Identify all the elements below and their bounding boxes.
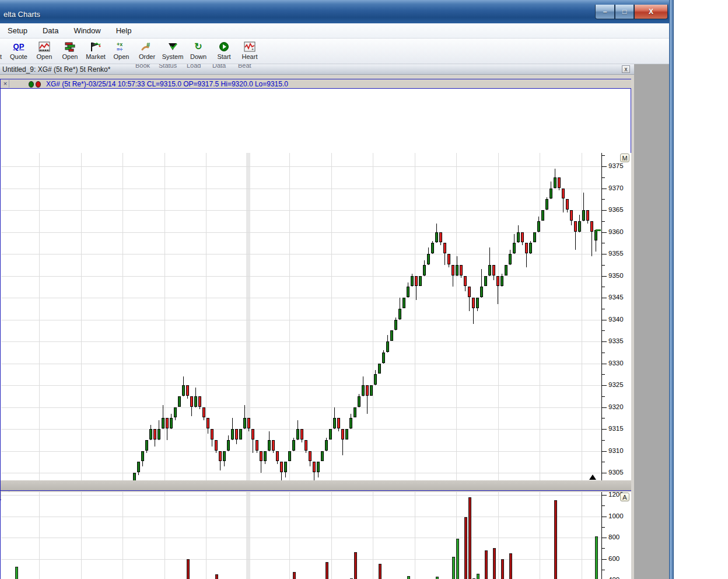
renko-brick [370,385,373,396]
renko-brick [419,276,422,287]
gridline-vertical [582,492,582,579]
toolbar-button-cut[interactable]: t [0,39,6,64]
toolbar-button-market[interactable]: Market [83,39,108,64]
app-titlebar[interactable]: elta Charts – □ X [0,0,674,23]
toolbar-button-down[interactable]: ↻ Down [186,39,211,64]
app-window: elta Charts – □ X Setup Data Window Help… [0,0,674,579]
up-candle-icon [29,81,34,88]
toolbar-button-system[interactable]: System [160,39,186,64]
gridline-vertical [289,492,290,579]
renko-brick [431,243,434,253]
renko-brick [578,221,581,232]
manual-scale-badge[interactable]: M [620,154,629,162]
gridline-vertical [123,492,123,579]
renko-brick [260,451,262,462]
axis-tick-label: 9375 [608,162,624,169]
price-pane-close-button[interactable]: × [2,80,9,88]
line-chart-icon [38,40,51,53]
gridline-vertical [164,492,165,579]
axis-tick [602,243,605,243]
renko-brick [529,243,532,253]
axis-tick [602,276,607,277]
auto-scale-badge[interactable]: A [620,493,629,501]
gridline-vertical [373,153,373,480]
renko-brick [341,429,344,440]
gridline-vertical [206,492,206,579]
toolbar-button-start[interactable]: Start [211,39,237,64]
volume-bar [326,562,328,579]
toolbar-button-order[interactable]: # Order [134,39,160,64]
volume-bar [509,553,512,579]
renko-brick [558,177,561,188]
axis-tick-label: 1000 [608,512,624,519]
renko-brick [251,429,254,440]
renko-brick [182,385,185,396]
renko-brick [537,221,540,232]
gridline-vertical [164,153,165,480]
volume-chart-area[interactable] [1,492,601,579]
gridline-horizontal [1,210,601,211]
heart-chart-icon: + [243,40,256,53]
axis-tick-label: 9360 [608,228,624,235]
renko-brick [231,429,234,440]
chart-window-close-button[interactable]: x [622,65,630,73]
gridline-horizontal [1,166,601,167]
menu-window[interactable]: Window [66,25,108,37]
renko-brick [211,429,214,440]
renko-brick [566,199,569,210]
axis-tick [602,473,607,473]
price-pane-header[interactable]: × XG# (5t Re*)-03/25/14 10:57:33 CL=9315… [1,79,631,89]
menu-setup[interactable]: Setup [0,25,35,37]
chart-window-titlebar[interactable]: Untitled_9: XG# (5t Re*) 5t Renko* Book … [0,64,634,75]
menu-data[interactable]: Data [35,25,66,37]
app-title: elta Charts [4,10,40,19]
price-chart-area[interactable] [1,153,601,480]
renko-brick [590,221,593,232]
renko-brick [452,265,454,275]
gridline-vertical [498,492,499,579]
renko-brick [382,353,385,363]
pane-separator[interactable] [1,480,631,490]
toolbar-button-open-bars[interactable]: Open [57,39,83,64]
gridline-vertical [289,153,290,480]
gridline-horizontal [1,320,601,320]
chart-window-title: Untitled_9: XG# (5t Re*) 5t Renko* [2,65,110,74]
renko-brick [562,189,565,199]
renko-brick [521,232,524,243]
axis-tick [602,199,605,200]
renko-brick [235,429,238,440]
renko-brick [276,451,279,462]
renko-brick [354,407,356,418]
toolbar-button-open-math[interactable]: +x=÷ Open [108,39,134,64]
toolbar-button-heart[interactable]: + Heart [237,39,262,64]
renko-brick [496,276,499,287]
volume-axis[interactable]: 20040060080010001200A [601,492,631,579]
axis-tick [602,210,607,211]
renko-brick [333,418,336,428]
price-axis[interactable]: 9305931093159320932593309335934093459350… [601,153,631,480]
axis-tick [602,177,605,178]
renko-brick [345,429,348,440]
down-candle-icon [36,81,41,88]
renko-brick [398,309,401,319]
renko-brick [313,462,316,472]
maximize-button[interactable]: □ [615,5,634,19]
menu-help[interactable]: Help [108,25,139,37]
axis-tick [602,189,607,189]
axis-tick [602,548,605,549]
minimize-button[interactable]: – [595,5,615,19]
close-button[interactable]: X [634,5,668,19]
renko-brick [423,265,426,275]
gridline-horizontal [1,298,601,298]
toolbar-button-quote[interactable]: QP Quote [6,39,32,64]
renko-brick [166,418,169,428]
gridline-horizontal [1,407,601,408]
toolbar: t QP Quote Open Open [0,39,669,64]
gridline-horizontal [1,189,601,189]
renko-brick [492,265,495,275]
renko-brick [427,254,430,264]
renko-brick [170,418,173,428]
play-icon [218,40,230,53]
toolbar-ghost-label: Book [135,64,150,69]
toolbar-button-open-chart[interactable]: Open [32,39,57,64]
